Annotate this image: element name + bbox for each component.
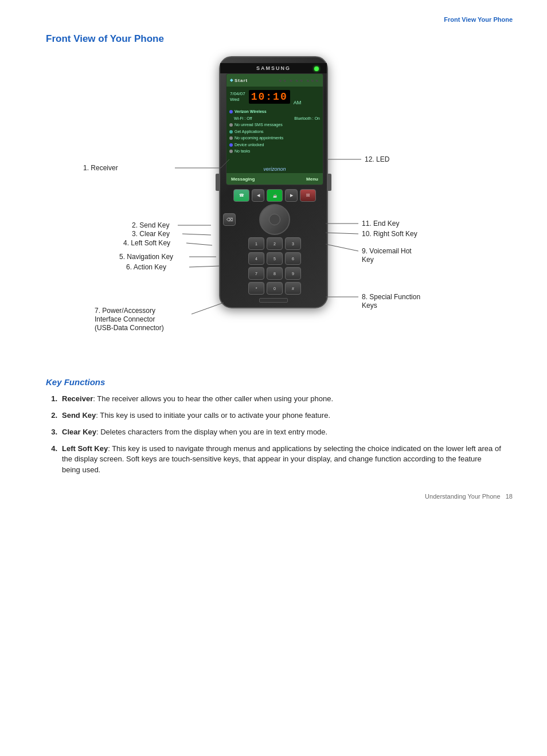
item-text: Left Soft Key: This key is used to navig…: [62, 444, 501, 476]
svg-text:12. LED: 12. LED: [365, 155, 390, 163]
voicemail-key-btn[interactable]: ☕: [267, 189, 283, 202]
item-number: 1.: [46, 394, 62, 405]
svg-text:Keys: Keys: [362, 301, 377, 310]
samsung-brand: SAMSUNG: [256, 65, 291, 71]
screen-time-area: 7/04/07Wed 10:10 AM: [226, 87, 323, 107]
item-number: 3.: [46, 427, 62, 438]
svg-text:Key: Key: [362, 256, 374, 264]
item-number: 4.: [46, 444, 62, 476]
key-2[interactable]: 2: [267, 237, 283, 250]
item-text: Receiver: The receiver allows you to hea…: [62, 394, 501, 405]
svg-text:10. Right Soft Key: 10. Right Soft Key: [362, 230, 417, 238]
keypad: ☎ ◀ ☕ ▶ ☒ ⌫ 1 2 3: [223, 189, 326, 304]
samsung-logo-area: SAMSUNG: [220, 63, 327, 73]
verizon-bar: verizonon: [226, 165, 323, 173]
clear-key-btn[interactable]: ⌫: [223, 213, 236, 226]
left-side-key: [216, 174, 220, 191]
ampm-display: AM: [294, 100, 302, 105]
list-item: 4. Left Soft Key: This key is used to na…: [46, 444, 501, 476]
item-term: Send Key: [62, 411, 96, 420]
svg-line-21: [326, 233, 358, 234]
time-display: 10:10: [249, 90, 290, 104]
svg-text:7. Power/Accessory: 7. Power/Accessory: [95, 307, 155, 315]
page-footer: Understanding Your Phone 18: [0, 481, 547, 511]
key-6[interactable]: 6: [285, 252, 301, 265]
screen-top-bar: ◆ Start ◾◾ ◾ ◾◾ ◾◾◾: [226, 74, 323, 87]
svg-text:1. Receiver: 1. Receiver: [83, 164, 118, 172]
screen-bottom-bar: Messaging Menu: [226, 173, 323, 185]
key-3[interactable]: 3: [285, 237, 301, 250]
svg-text:4. Left Soft Key: 4. Left Soft Key: [123, 239, 170, 247]
section-title: Front View of Your Phone: [0, 23, 547, 45]
key-0[interactable]: 0: [267, 282, 283, 295]
action-key[interactable]: [269, 214, 280, 225]
key-4[interactable]: 4: [248, 252, 264, 265]
key-functions-section: Key Functions 1. Receiver: The receiver …: [0, 371, 547, 476]
key-5[interactable]: 5: [267, 252, 283, 265]
item-description: The receiver allows you to hear the othe…: [97, 394, 333, 403]
svg-text:Interface Connector: Interface Connector: [95, 315, 155, 323]
svg-line-7: [186, 243, 212, 245]
item-description: Deletes characters from the display when…: [100, 428, 327, 436]
svg-text:6. Action Key: 6. Action Key: [126, 263, 166, 271]
list-item: 1. Receiver: The receiver allows you to …: [46, 394, 501, 405]
svg-text:5. Navigation Key: 5. Navigation Key: [119, 253, 173, 261]
item-description: This key is used to navigate through men…: [62, 444, 501, 475]
navigation-key[interactable]: [259, 204, 290, 235]
item-text: Send Key: This key is used to initiate y…: [62, 410, 501, 421]
key-hash[interactable]: #: [285, 282, 301, 295]
end-key-btn[interactable]: ☒: [300, 189, 316, 202]
item-term: Clear Key: [62, 428, 96, 436]
usb-connector: [259, 298, 288, 303]
footer-text: Understanding Your Phone: [425, 493, 501, 500]
list-item: 2. Send Key: This key is used to initiat…: [46, 410, 501, 421]
list-item: 3. Clear Key: Deletes characters from th…: [46, 427, 501, 438]
phone-diagram: SAMSUNG ◆ Start ◾◾ ◾ ◾◾ ◾◾◾ 7/04/07Wed 1…: [0, 50, 547, 371]
key-star[interactable]: *: [248, 282, 264, 295]
svg-text:9. Voicemail Hot: 9. Voicemail Hot: [362, 247, 412, 255]
item-description: This key is used to initiate your calls …: [100, 411, 330, 420]
page-breadcrumb: Front View Your Phone: [0, 0, 547, 23]
svg-text:11. End Key: 11. End Key: [362, 220, 399, 228]
key-functions-list: 1. Receiver: The receiver allows you to …: [46, 394, 501, 476]
item-term: Receiver: [62, 394, 93, 403]
phone-image: SAMSUNG ◆ Start ◾◾ ◾ ◾◾ ◾◾◾ 7/04/07Wed 1…: [219, 56, 328, 308]
phone-body: SAMSUNG ◆ Start ◾◾ ◾ ◾◾ ◾◾◾ 7/04/07Wed 1…: [219, 56, 328, 308]
item-term: Left Soft Key: [62, 444, 108, 453]
phone-screen: ◆ Start ◾◾ ◾ ◾◾ ◾◾◾ 7/04/07Wed 10:10 AM …: [226, 73, 323, 185]
svg-text:3. Clear Key: 3. Clear Key: [132, 230, 170, 238]
key-8[interactable]: 8: [267, 267, 283, 280]
key-1[interactable]: 1: [248, 237, 264, 250]
page-number: 18: [506, 493, 513, 500]
left-soft-key-btn[interactable]: ◀: [252, 189, 264, 202]
right-soft-key-btn[interactable]: ▶: [285, 189, 298, 202]
item-text: Clear Key: Deletes characters from the d…: [62, 427, 501, 438]
svg-text:8. Special Function: 8. Special Function: [362, 293, 420, 301]
key-7[interactable]: 7: [248, 267, 264, 280]
svg-line-23: [326, 244, 358, 251]
key-functions-title: Key Functions: [46, 377, 501, 387]
item-number: 2.: [46, 410, 62, 421]
svg-line-11: [189, 266, 220, 267]
svg-line-5: [182, 234, 211, 235]
svg-text:2. Send Key: 2. Send Key: [132, 221, 169, 229]
led-light: [314, 66, 319, 71]
key-9[interactable]: 9: [285, 267, 301, 280]
screen-info: Verizon Wireless Wi-Fi : Off Bluetooth :…: [226, 107, 323, 157]
right-side-key: [327, 174, 331, 191]
date-display: 7/04/07Wed: [230, 91, 245, 103]
svg-text:(USB-Data Connector): (USB-Data Connector): [95, 324, 164, 332]
send-key-btn[interactable]: ☎: [233, 189, 249, 202]
